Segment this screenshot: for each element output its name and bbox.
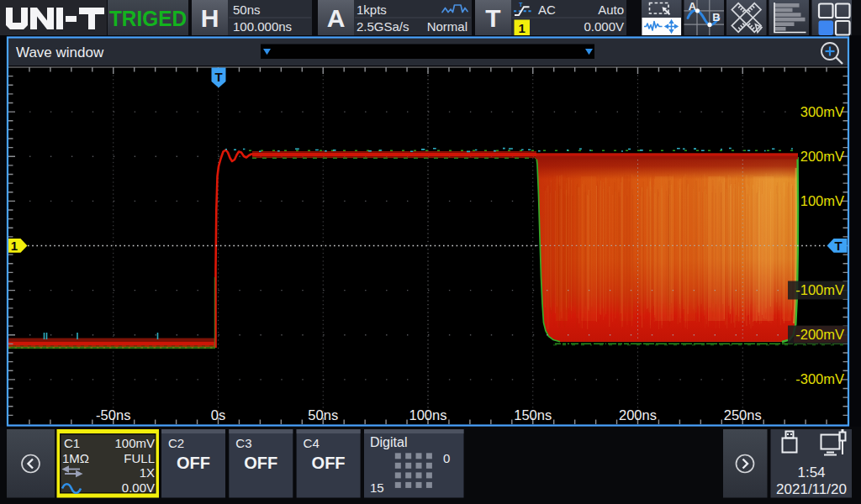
svg-text:1MΩ: 1MΩ xyxy=(62,451,89,465)
svg-text:OFF: OFF xyxy=(312,454,346,472)
svg-text:2021/11/20: 2021/11/20 xyxy=(776,481,847,497)
svg-text:-100mV: -100mV xyxy=(795,282,844,297)
svg-text:300mV: 300mV xyxy=(800,104,844,119)
svg-text:C1: C1 xyxy=(64,436,80,450)
svg-text:0.000V: 0.000V xyxy=(584,19,624,34)
svg-text:T: T xyxy=(214,70,222,84)
svg-text:H: H xyxy=(201,4,219,32)
svg-text:T: T xyxy=(519,2,523,8)
svg-text:OFF: OFF xyxy=(244,454,277,472)
svg-text:T: T xyxy=(834,239,842,253)
svg-text:C3: C3 xyxy=(235,436,251,450)
svg-text:C4: C4 xyxy=(304,436,320,450)
svg-text:TRIGED: TRIGED xyxy=(109,6,187,31)
svg-text:0: 0 xyxy=(443,451,450,465)
svg-text:FULL: FULL xyxy=(124,451,155,465)
svg-text:Auto: Auto xyxy=(598,3,624,17)
svg-text:-300mV: -300mV xyxy=(795,371,844,386)
svg-text:250ns: 250ns xyxy=(724,407,762,423)
svg-text:50ns: 50ns xyxy=(308,407,338,423)
svg-text:AC: AC xyxy=(538,3,556,17)
svg-text:Digital: Digital xyxy=(370,435,407,449)
svg-text:Normal: Normal xyxy=(427,19,467,34)
svg-text:0.00V: 0.00V xyxy=(122,480,155,495)
svg-text:150ns: 150ns xyxy=(514,407,552,423)
svg-text:C2: C2 xyxy=(168,436,184,450)
svg-text:0s: 0s xyxy=(211,407,225,423)
svg-text:-200mV: -200mV xyxy=(795,327,844,342)
svg-text:Wave window: Wave window xyxy=(16,45,104,60)
svg-text:200mV: 200mV xyxy=(800,149,844,164)
svg-text:1:54: 1:54 xyxy=(797,465,825,480)
svg-text:A: A xyxy=(689,0,697,13)
svg-text:1: 1 xyxy=(11,239,18,253)
svg-text:100ns: 100ns xyxy=(409,407,447,423)
svg-text:100mV: 100mV xyxy=(800,193,844,208)
svg-text:2.5GSa/s: 2.5GSa/s xyxy=(357,19,409,34)
svg-text:B: B xyxy=(712,11,720,24)
svg-text:200ns: 200ns xyxy=(619,407,657,423)
svg-text:T: T xyxy=(485,4,500,32)
svg-text:15: 15 xyxy=(370,480,384,495)
svg-text:1: 1 xyxy=(519,21,526,35)
svg-text:100.000ns: 100.000ns xyxy=(233,19,292,34)
svg-text:-50ns: -50ns xyxy=(96,407,130,423)
svg-text:A: A xyxy=(327,4,346,32)
svg-text:OFF: OFF xyxy=(177,454,210,472)
svg-text:50ns: 50ns xyxy=(233,3,261,17)
svg-text:1X: 1X xyxy=(140,465,155,480)
svg-text:100mV: 100mV xyxy=(114,436,155,450)
svg-text:1kpts: 1kpts xyxy=(357,3,387,17)
